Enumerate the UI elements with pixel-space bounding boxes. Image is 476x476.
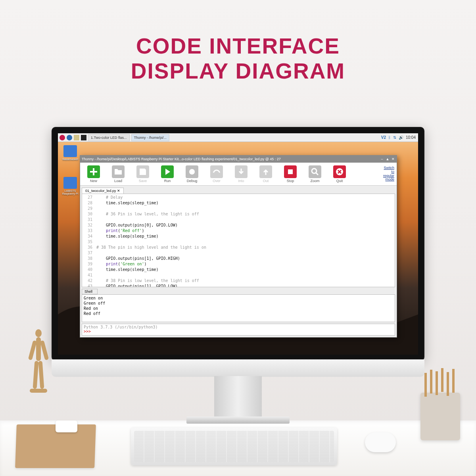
plus-icon: [87, 165, 100, 178]
folder-icon: [63, 177, 77, 189]
bluetooth-icon[interactable]: ᛒ: [388, 135, 391, 140]
open-icon: [112, 165, 125, 178]
window-minimize-button[interactable]: –: [380, 157, 384, 161]
os-taskbar[interactable]: 1.Two-color LED flas... Thonny - /home/p…: [58, 133, 418, 142]
taskbar-files-icon[interactable]: [74, 135, 79, 140]
desktop-folder[interactable]: LABISTS Raspberry Pi: [60, 177, 80, 195]
monitor-stand-foot: [186, 416, 290, 424]
taskbar-item-file[interactable]: 1.Two-color LED flas...: [88, 134, 130, 141]
stop-icon: [284, 165, 297, 178]
shell-tab-label[interactable]: Shell: [82, 289, 98, 294]
python-version: Python 3.7.3 (/usr/bin/python3): [84, 325, 393, 329]
taskbar-item-thonny[interactable]: Thonny - /home/pi/...: [131, 134, 170, 141]
desktop-trash[interactable]: Wastebasket: [60, 145, 80, 161]
taskbar-clock: 10:04: [406, 135, 416, 140]
toolbar-label: New: [83, 179, 105, 183]
editor-tabs: 01_twocolor_led.py ✕: [80, 186, 397, 194]
into-button: Into: [230, 165, 252, 183]
zoom-button[interactable]: Zoom: [304, 165, 326, 183]
desktop-folder-label: LABISTS Raspberry Pi: [62, 190, 78, 195]
page-headline: CODE INTERFACE DISPLAY DIAGRAM: [0, 34, 476, 84]
taskbar-terminal-icon[interactable]: [81, 135, 86, 140]
shell-output[interactable]: Green onGreen offRed onRed off: [82, 294, 395, 322]
window-titlebar[interactable]: Thonny - /home/pi/Desktop/LABISTS Raspbe…: [80, 155, 397, 163]
monitor-stand: [214, 376, 262, 420]
svg-point-0: [189, 169, 195, 175]
thonny-toolbar: NewLoadSaveRunDebugOverIntoOutStopZoomQu…: [80, 163, 397, 186]
svg-point-2: [312, 169, 317, 173]
stop-button[interactable]: Stop: [279, 165, 301, 183]
taskbar-browser-icon[interactable]: [67, 135, 72, 140]
monitor-chin: [52, 359, 424, 377]
shell-prompt: >>>: [84, 329, 91, 334]
out-icon: [259, 165, 272, 178]
out-button: Out: [255, 165, 277, 183]
monitor-frame: 1.Two-color LED flas... Thonny - /home/p…: [52, 127, 424, 361]
load-button[interactable]: Load: [107, 165, 129, 183]
over-icon: [210, 165, 223, 178]
toolbar-label: Run: [156, 179, 178, 183]
svg-rect-1: [288, 169, 293, 174]
bug-icon: [186, 165, 198, 178]
raspberry-pi-menu-icon[interactable]: [60, 135, 65, 140]
wifi-icon[interactable]: ⇅: [393, 135, 396, 140]
play-icon: [161, 165, 174, 178]
toolbar-label: Zoom: [304, 179, 326, 183]
code-content[interactable]: # Delay time.sleep(sleep_time) # 36 Pin …: [94, 194, 395, 287]
toolbar-label: Over: [205, 179, 228, 183]
new-button[interactable]: New: [83, 165, 105, 183]
debug-button[interactable]: Debug: [181, 165, 203, 183]
window-maximize-button[interactable]: ▲: [386, 157, 390, 161]
run-button[interactable]: Run: [156, 165, 178, 183]
line-number-gutter: 27282930313233343536373839404142434445: [82, 194, 94, 287]
mouse-prop: [365, 432, 396, 452]
shell-footer[interactable]: Python 3.7.3 (/usr/bin/python3) >>>: [82, 324, 395, 336]
toolbar-label: Save: [132, 179, 154, 183]
code-editor[interactable]: 27282930313233343536373839404142434445 #…: [82, 194, 395, 287]
switch-mode-link[interactable]: Switchtoregularmode: [383, 166, 394, 182]
quit-icon: [333, 165, 346, 178]
keyboard-prop: [131, 428, 337, 465]
toolbar-label: Load: [107, 179, 129, 183]
trash-icon: [63, 145, 77, 157]
toolbar-label: Into: [230, 179, 252, 183]
file-tab-active[interactable]: 01_twocolor_led.py ✕: [82, 188, 124, 194]
headline-line1: CODE INTERFACE: [0, 34, 476, 59]
toolbar-label: Stop: [279, 179, 301, 183]
thonny-window: Thonny - /home/pi/Desktop/LABISTS Raspbe…: [80, 155, 397, 338]
toolbar-label: Quit: [328, 179, 351, 183]
into-icon: [235, 165, 248, 178]
quit-button[interactable]: Quit: [328, 165, 351, 183]
headline-line2: DISPLAY DIAGRAM: [0, 59, 476, 84]
taskbar-vnc-indicator: V2: [381, 135, 386, 140]
window-close-button[interactable]: ✕: [391, 157, 395, 161]
window-title-text: Thonny - /home/pi/Desktop/LABISTS Raspbe…: [82, 157, 281, 161]
pencil-cup-prop: [420, 393, 460, 440]
desktop-trash-label: Wastebasket: [62, 158, 78, 161]
save-icon: [136, 165, 149, 178]
save-button: Save: [132, 165, 154, 183]
wooden-mannequin-prop: [22, 329, 54, 420]
zoom-icon: [309, 165, 321, 178]
over-button: Over: [205, 165, 228, 183]
earbuds-prop: [56, 420, 77, 432]
screen: 1.Two-color LED flas... Thonny - /home/p…: [58, 133, 418, 355]
volume-icon[interactable]: 🔊: [399, 135, 403, 140]
toolbar-label: Debug: [181, 179, 203, 183]
toolbar-label: Out: [255, 179, 277, 183]
